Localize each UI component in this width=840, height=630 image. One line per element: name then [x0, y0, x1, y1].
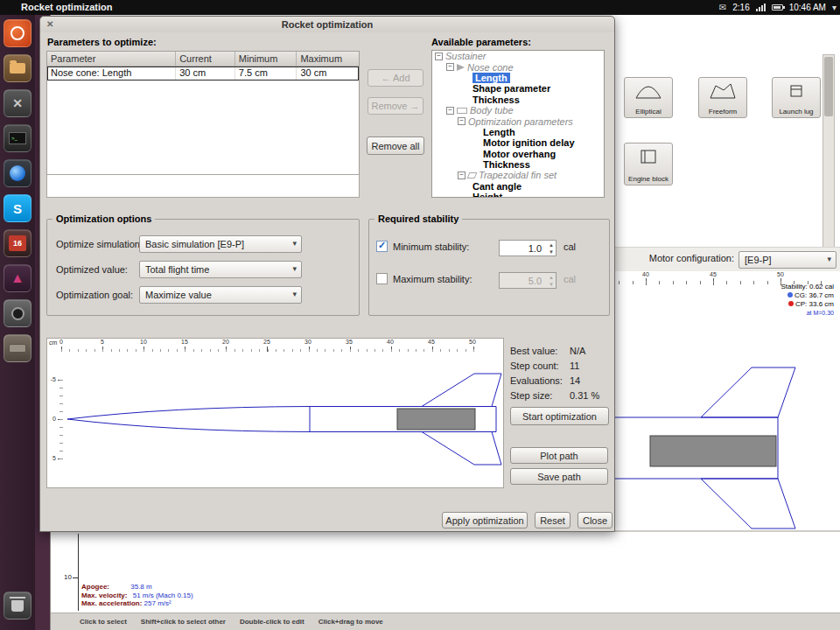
browser-icon[interactable]: [4, 159, 32, 187]
table-header[interactable]: Parameter Current Minimum Maximum: [47, 52, 359, 66]
expander-icon[interactable]: −: [458, 172, 466, 179]
calendar-icon[interactable]: 16: [4, 229, 32, 257]
dialog-titlebar[interactable]: ✕ Rocket optimization: [40, 17, 614, 32]
screenshot-icon[interactable]: [4, 299, 32, 327]
system-tray: ✉ 2:16 10:46 AM ▾: [719, 0, 836, 15]
min-stability-spinner[interactable]: 1.0 ▲▼: [499, 240, 556, 256]
min-stability-unit: cal: [564, 242, 576, 252]
col-parameter[interactable]: Parameter: [47, 52, 176, 66]
step-size-label: Step size:: [510, 390, 552, 401]
apply-optimization-button[interactable]: Apply optimization: [442, 512, 528, 528]
hint-drag: Click+drag to move: [318, 618, 383, 626]
required-stability-title: Required stability: [374, 214, 462, 224]
col-current[interactable]: Current: [176, 52, 235, 66]
tree-item-thickness[interactable]: Thickness: [432, 94, 604, 105]
mail-icon[interactable]: ✉: [719, 3, 726, 12]
launch-lug-button[interactable]: Launch lug: [772, 77, 821, 118]
col-minimum[interactable]: Minimum: [235, 52, 298, 66]
tree-item-height[interactable]: Height: [432, 192, 604, 198]
step-size: 0.31 %: [570, 390, 599, 401]
session-menu-icon[interactable]: ▾: [832, 3, 836, 12]
ruler-tick-40: 40: [642, 271, 649, 277]
dash-home-icon[interactable]: [4, 19, 32, 47]
tree-item-length-selected[interactable]: Length: [432, 73, 604, 83]
evaluations: 14: [570, 375, 580, 386]
remove-button[interactable]: Remove →: [368, 97, 424, 115]
simulation-plot[interactable]: 10 Apogee: 35.8 m Max. velocity: 51 m/s …: [51, 530, 840, 612]
optimization-options-title: Optimization options: [52, 214, 155, 224]
clock[interactable]: 10:46 AM: [789, 3, 826, 12]
expander-icon[interactable]: −: [446, 107, 454, 115]
optimization-goal-select[interactable]: Maximize value ▾: [139, 286, 302, 304]
available-parameters-tree[interactable]: −Sustainer −Nose cone Length Shape param…: [431, 50, 605, 198]
optimized-value-select[interactable]: Total flight time ▾: [139, 261, 302, 278]
elliptical-fin-button[interactable]: Elliptical: [624, 77, 673, 118]
expander-icon[interactable]: −: [435, 52, 443, 60]
engine-block-button[interactable]: Engine block: [624, 143, 673, 186]
tree-item-length[interactable]: Length: [432, 127, 604, 137]
reset-button[interactable]: Reset: [535, 512, 570, 528]
check-icon: ✓: [378, 240, 386, 251]
spinner-down-icon[interactable]: ▼: [549, 248, 554, 256]
tree-item-optimization-parameters[interactable]: −Optimization parameters: [432, 116, 604, 126]
keyboard-timer[interactable]: 2:16: [732, 3, 749, 12]
ruler-tick-50: 50: [777, 271, 784, 277]
close-button[interactable]: Close: [578, 512, 612, 528]
terminal-icon[interactable]: >_: [4, 124, 32, 152]
flight-summary: Apogee: 35.8 m Max. velocity: 51 m/s (Ma…: [81, 583, 193, 608]
expander-icon[interactable]: −: [446, 63, 454, 71]
table-row[interactable]: Nose cone: Length 30 cm 7.5 cm 30 cm: [47, 66, 359, 80]
tree-item-cant-angle[interactable]: Cant angle: [432, 181, 604, 192]
hint-shift-click: Shift+click to select other: [141, 618, 226, 626]
max-stability-checkbox[interactable]: [376, 273, 388, 284]
skype-icon[interactable]: S: [4, 194, 32, 222]
files-icon[interactable]: [4, 54, 32, 82]
tree-item-nose-cone[interactable]: −Nose cone: [432, 61, 604, 72]
disk-utility-icon[interactable]: [4, 334, 32, 362]
freeform-fin-button[interactable]: Freeform: [698, 77, 747, 118]
min-stability-checkbox[interactable]: ✓: [376, 241, 388, 252]
max-stability-label: Maximum stability:: [393, 274, 472, 284]
tree-item-thickness2[interactable]: Thickness: [432, 159, 604, 170]
tree-item-sustainer[interactable]: −Sustainer: [432, 51, 604, 61]
start-optimization-button[interactable]: Start optimization: [510, 407, 609, 425]
add-button[interactable]: ← Add: [368, 69, 424, 87]
tree-item-body-tube[interactable]: −Body tube: [432, 105, 604, 116]
col-maximum[interactable]: Maximum: [297, 52, 359, 66]
plot-path-button[interactable]: Plot path: [510, 447, 608, 464]
tree-item-trapezoidal-fin-set[interactable]: −Trapezoidal fin set: [432, 170, 604, 180]
desktop: Rocket optimization ✉ 2:16 10:46 AM ▾ ✕ …: [0, 0, 840, 630]
required-stability-group: Required stability ✓ Minimum stability: …: [368, 219, 610, 316]
tree-item-motor-ignition-delay[interactable]: Motor ignition delay: [432, 137, 604, 148]
min-stability-label: Minimum stability:: [393, 242, 469, 252]
apogee-label: Apogee:: [81, 583, 109, 591]
network-signal-icon[interactable]: [756, 4, 766, 11]
optimize-simulation-select[interactable]: Basic simulation [E9-P] ▾: [139, 235, 302, 253]
spinner-up-icon[interactable]: ▲: [549, 242, 554, 248]
save-path-button[interactable]: Save path: [510, 468, 608, 485]
max-stability-unit: cal: [564, 274, 576, 284]
engine-block-icon: [634, 148, 662, 165]
vertical-scrollbar[interactable]: [822, 54, 835, 248]
tree-item-shape-parameter[interactable]: Shape parameter: [432, 83, 604, 94]
hint-statusbar: Click to select Shift+click to select ot…: [51, 612, 840, 630]
step-count: 11: [570, 360, 579, 371]
fin-set-icon: [467, 172, 478, 178]
rocket-outline-drawing[interactable]: [47, 339, 504, 488]
battery-icon[interactable]: [772, 4, 783, 10]
trash-icon[interactable]: [4, 592, 32, 620]
best-value-label: Best value:: [510, 346, 557, 356]
tree-item-motor-overhang[interactable]: Motor overhang: [432, 149, 604, 159]
media-player-icon[interactable]: ▲: [4, 264, 32, 292]
close-icon[interactable]: ✕: [46, 18, 53, 31]
motor-config-select[interactable]: [E9-P] ▾: [738, 251, 836, 269]
remove-all-button[interactable]: Remove all: [367, 136, 424, 155]
best-value: N/A: [570, 346, 585, 356]
max-stability-spinner[interactable]: 5.0 ▲▼: [499, 272, 556, 289]
scrollbar-thumb[interactable]: [824, 57, 833, 116]
elliptical-fin-icon: [634, 82, 662, 100]
hint-select: Click to select: [80, 618, 127, 626]
tools-icon[interactable]: ✕: [4, 89, 32, 117]
chevron-down-icon: ▾: [292, 239, 297, 248]
expander-icon[interactable]: −: [458, 117, 466, 125]
